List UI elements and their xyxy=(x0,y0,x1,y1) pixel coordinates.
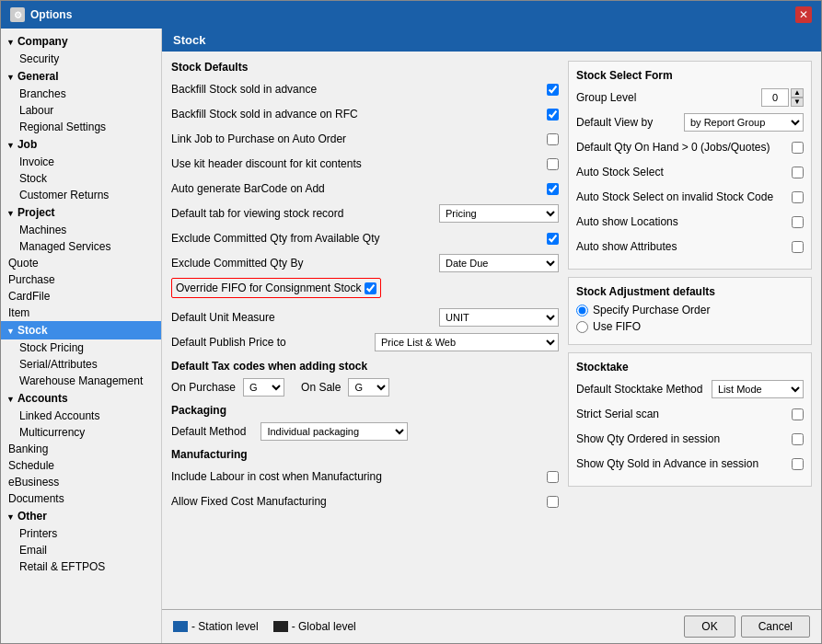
sidebar-item-other[interactable]: ▼Other xyxy=(1,507,161,525)
include-labour-label: Include Labour in cost when Manufacturin… xyxy=(171,470,543,483)
backfill-rfc-row: Backfill Stock sold in advance on RFC xyxy=(171,104,559,124)
sidebar-item-machines[interactable]: Machines xyxy=(1,222,161,238)
link-job-label: Link Job to Purchase on Auto Order xyxy=(171,132,543,145)
spinner-up-button[interactable]: ▲ xyxy=(791,88,804,98)
sidebar-item-customer-returns[interactable]: Customer Returns xyxy=(1,187,161,203)
default-tab-label: Default tab for viewing stock record xyxy=(171,207,439,220)
kit-discount-label: Use kit header discount for kit contents xyxy=(171,157,543,170)
sidebar-item-general[interactable]: ▼General xyxy=(1,67,161,86)
sidebar-item-stock[interactable]: ▼Stock xyxy=(1,321,161,339)
backfill-advance-row: Backfill Stock sold in advance xyxy=(171,79,559,99)
sidebar-item-serial-attributes[interactable]: Serial/Attributes xyxy=(1,356,161,373)
spinner-down-button[interactable]: ▼ xyxy=(791,98,804,107)
show-qty-sold-label: Show Qty Sold in Advance in session xyxy=(576,457,788,470)
include-labour-row: Include Labour in cost when Manufacturin… xyxy=(171,466,559,487)
sidebar-item-linked-accounts[interactable]: Linked Accounts xyxy=(1,408,161,424)
show-qty-ordered-checkbox[interactable] xyxy=(792,433,804,445)
sidebar-item-documents[interactable]: Documents xyxy=(1,490,161,507)
close-button[interactable]: ✕ xyxy=(795,6,812,23)
override-fifo-label: Override FIFO for Consignment Stock xyxy=(176,282,361,294)
kit-discount-row: Use kit header discount for kit contents xyxy=(171,154,559,174)
allow-fixed-checkbox[interactable] xyxy=(547,496,559,508)
cancel-button[interactable]: Cancel xyxy=(741,615,810,638)
sidebar-item-labour[interactable]: Labour xyxy=(1,102,161,119)
sidebar-item-item[interactable]: Item xyxy=(1,305,161,321)
packaging-method-dropdown[interactable]: Individual packaging Bulk packaging xyxy=(260,422,408,441)
sidebar-item-printers[interactable]: Printers xyxy=(1,525,161,542)
auto-stock-select-checkbox[interactable] xyxy=(792,167,804,178)
left-panel: Stock Defaults Backfill Stock sold in ad… xyxy=(171,61,559,600)
exclude-committed-checkbox[interactable] xyxy=(547,233,559,245)
default-tab-dropdown[interactable]: Pricing Details Stock Notes xyxy=(439,204,559,223)
sidebar-item-project[interactable]: ▼Project xyxy=(1,203,161,222)
sidebar-item-invoice[interactable]: Invoice xyxy=(1,154,161,170)
auto-show-locations-row: Auto show Locations xyxy=(576,212,804,232)
manufacturing-title: Manufacturing xyxy=(171,448,559,461)
stocktake-method-row: Default Stocktake Method List Mode Scan … xyxy=(576,379,804,399)
auto-barcode-label: Auto generate BarCode on Add xyxy=(171,182,543,195)
auto-show-attributes-checkbox[interactable] xyxy=(792,241,804,253)
backfill-advance-checkbox[interactable] xyxy=(547,84,559,96)
use-fifo-radio[interactable] xyxy=(576,321,588,333)
sidebar-item-multicurrency[interactable]: Multicurrency xyxy=(1,424,161,441)
show-qty-sold-checkbox[interactable] xyxy=(792,458,804,470)
content-area: Stock Stock Defaults Backfill Stock sold… xyxy=(162,29,821,643)
link-job-checkbox[interactable] xyxy=(547,133,559,145)
dialog-title: Options xyxy=(30,8,72,21)
sidebar-item-branches[interactable]: Branches xyxy=(1,86,161,102)
exclude-committed-by-dropdown[interactable]: Date Due None xyxy=(439,254,559,272)
sidebar-item-accounts[interactable]: ▼Accounts xyxy=(1,389,161,408)
strict-serial-label: Strict Serial scan xyxy=(576,408,788,420)
default-unit-label: Default Unit Measure xyxy=(171,311,439,324)
default-unit-dropdown[interactable]: UNIT EA BOX xyxy=(439,308,559,327)
ok-button[interactable]: OK xyxy=(684,615,735,638)
default-view-dropdown[interactable]: by Report Group by Category Alphabetical xyxy=(684,113,804,132)
sidebar-item-regional-settings[interactable]: Regional Settings xyxy=(1,119,161,135)
group-level-spinner: ▲ ▼ xyxy=(761,88,804,107)
specify-po-row: Specify Purchase Order xyxy=(576,304,804,316)
exclude-committed-by-label: Exclude Committed Qty By xyxy=(171,257,439,270)
default-qty-checkbox[interactable] xyxy=(792,142,804,154)
strict-serial-checkbox[interactable] xyxy=(792,408,804,420)
stock-defaults-title: Stock Defaults xyxy=(171,61,559,74)
auto-stock-invalid-checkbox[interactable] xyxy=(792,191,804,203)
strict-serial-row: Strict Serial scan xyxy=(576,404,804,424)
sidebar-item-quote[interactable]: Quote xyxy=(1,255,161,271)
specify-po-radio[interactable] xyxy=(576,305,588,316)
sidebar-item-ebusiness[interactable]: eBusiness xyxy=(1,474,161,490)
sidebar-item-schedule[interactable]: Schedule xyxy=(1,457,161,474)
auto-stock-invalid-row: Auto Stock Select on invalid Stock Code xyxy=(576,187,804,207)
sidebar-item-email[interactable]: Email xyxy=(1,542,161,558)
options-dialog: ⚙ Options ✕ ▼Company Security ▼General B… xyxy=(0,0,822,644)
sidebar-item-cardfile[interactable]: CardFile xyxy=(1,288,161,305)
on-purchase-dropdown[interactable]: G xyxy=(243,378,284,397)
sidebar-item-purchase[interactable]: Purchase xyxy=(1,271,161,288)
right-panel: Stock Select Form Group Level ▲ ▼ xyxy=(568,61,812,600)
allow-fixed-row: Allow Fixed Cost Manufacturing xyxy=(171,491,559,512)
sidebar-item-retail-eftpos[interactable]: Retail & EFTPOS xyxy=(1,558,161,575)
on-sale-dropdown[interactable]: G xyxy=(348,378,389,397)
sidebar-item-banking[interactable]: Banking xyxy=(1,441,161,457)
kit-discount-checkbox[interactable] xyxy=(547,158,559,170)
sidebar-item-stock-job[interactable]: Stock xyxy=(1,170,161,187)
global-level-icon xyxy=(273,621,288,632)
content-header: Stock xyxy=(162,29,821,52)
include-labour-checkbox[interactable] xyxy=(547,471,559,483)
sidebar-item-stock-pricing[interactable]: Stock Pricing xyxy=(1,339,161,356)
backfill-rfc-label: Backfill Stock sold in advance on RFC xyxy=(171,108,543,121)
backfill-rfc-checkbox[interactable] xyxy=(547,109,559,121)
sidebar-item-job[interactable]: ▼Job xyxy=(1,135,161,154)
publish-price-dropdown[interactable]: Price List & Web Price List Web xyxy=(375,333,559,351)
stock-adjustment-box: Stock Adjustment defaults Specify Purcha… xyxy=(568,277,812,345)
auto-show-locations-checkbox[interactable] xyxy=(792,216,804,228)
sidebar-item-managed-services[interactable]: Managed Services xyxy=(1,238,161,255)
sidebar-item-security[interactable]: Security xyxy=(1,51,161,67)
stocktake-method-dropdown[interactable]: List Mode Scan Mode xyxy=(712,380,804,398)
on-purchase-label: On Purchase xyxy=(171,381,236,394)
sidebar-item-warehouse-management[interactable]: Warehouse Management xyxy=(1,373,161,389)
override-fifo-checkbox[interactable] xyxy=(365,282,376,294)
auto-barcode-checkbox[interactable] xyxy=(547,183,559,195)
packaging-method-label: Default Method xyxy=(171,425,246,438)
group-level-input[interactable] xyxy=(761,88,789,107)
sidebar-item-company[interactable]: ▼Company xyxy=(1,32,161,51)
